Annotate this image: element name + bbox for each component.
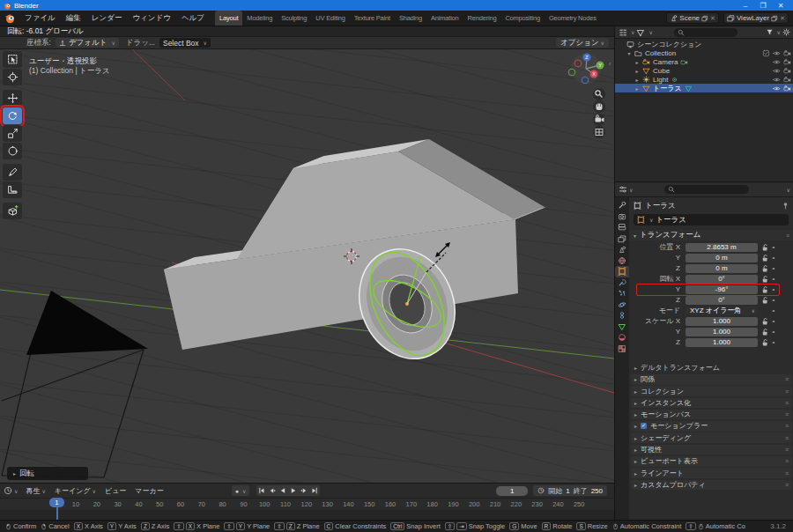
timeline-ruler[interactable]: 1020304050607080901001101201301401501601… [0, 499, 614, 510]
animate-dot-button[interactable]: • [769, 296, 778, 304]
scale-tool-button[interactable] [3, 125, 22, 142]
transform-value-field[interactable]: 0 m [686, 254, 758, 262]
panel-ラインアート[interactable]: ▸ラインアート≡ [631, 468, 792, 478]
camera-toggle-icon[interactable] [783, 85, 791, 92]
filter-object-icon[interactable] [636, 28, 645, 37]
lock-open-icon[interactable] [760, 243, 769, 252]
panel-カスタムプロパティ[interactable]: ▸カスタムプロパティ≡ [631, 480, 792, 491]
lock-open-icon[interactable] [760, 328, 769, 336]
transform-value-field[interactable]: 1.000 [686, 317, 758, 326]
cursor-tool-button[interactable] [3, 69, 22, 85]
menu-ウィンドウ[interactable]: ウィンドウ [127, 13, 176, 24]
gizmo-neg-z-axis[interactable] [582, 77, 589, 84]
panel-インスタンス化[interactable]: ▸インスタンス化≡ [631, 398, 792, 409]
operator-panel[interactable]: ▸ 回転 [7, 467, 88, 480]
properties-tab-constraints[interactable] [615, 310, 629, 321]
scene-selector[interactable]: Scene ✕ [666, 12, 719, 24]
expand-arrow-icon[interactable]: ▸ [634, 59, 640, 65]
gizmo-neg-x-axis[interactable] [574, 60, 582, 67]
properties-tab-scene[interactable] [615, 244, 629, 255]
minimize-button[interactable]: – [737, 2, 754, 10]
menu-ヘルプ[interactable]: ヘルプ [176, 13, 210, 24]
transform-value-field[interactable]: 2.8653 m [686, 243, 758, 252]
transform-panel-header[interactable]: ▾ トランスフォーム ≡ [629, 230, 793, 240]
menu-編集[interactable]: 編集 [61, 13, 86, 24]
workspace-tab-texture-paint[interactable]: Texture Paint [350, 11, 395, 26]
panel-モーションパス[interactable]: ▸モーションパス≡ [631, 410, 792, 420]
panel-drag-icon[interactable]: ≡ [785, 435, 789, 441]
timeline-menu-再生[interactable]: 再生∨ [21, 486, 49, 496]
options-dropdown[interactable]: オプション ∨ [556, 38, 609, 48]
menu-レンダー[interactable]: レンダー [86, 13, 128, 24]
lock-open-icon[interactable] [760, 254, 769, 262]
properties-tab-data[interactable] [615, 321, 629, 333]
panel-drag-icon[interactable]: ≡ [786, 233, 789, 239]
measure-tool-button[interactable] [3, 181, 22, 198]
expand-arrow-icon[interactable]: ▾ [626, 50, 632, 56]
pin-icon[interactable] [782, 202, 789, 210]
panel-drag-icon[interactable]: ≡ [785, 447, 789, 453]
panel-drag-icon[interactable]: ≡ [785, 388, 789, 395]
play-back-button[interactable] [278, 486, 287, 495]
rotate-tool-button[interactable] [3, 107, 22, 124]
animate-dot-button[interactable]: • [769, 243, 778, 251]
panel-drag-icon[interactable]: ≡ [785, 482, 789, 488]
panel-関係[interactable]: ▸関係≡ [631, 374, 792, 385]
outliner-row-Collection[interactable]: ▾Collection [615, 48, 793, 57]
blender-logo-icon[interactable] [4, 12, 16, 24]
orientation-dropdown[interactable]: デフォルト ∨ [56, 38, 119, 48]
properties-search-input[interactable] [664, 185, 749, 194]
panel-シェーディング[interactable]: ▸シェーディング≡ [631, 432, 792, 443]
object-name-field[interactable]: ∨ トーラス [634, 214, 789, 225]
properties-tab-particles[interactable] [615, 288, 629, 299]
eye-icon[interactable] [773, 58, 781, 66]
animate-dot-button[interactable]: • [769, 328, 778, 336]
panel-drag-icon[interactable]: ≡ [785, 400, 789, 406]
transform-value-field[interactable]: 0 m [686, 264, 758, 273]
properties-tab-modifiers[interactable] [615, 277, 629, 289]
properties-tab-texture[interactable] [615, 344, 629, 355]
close-button[interactable]: ✕ [772, 2, 789, 10]
drag-mode-dropdown[interactable]: Select Box ∨ [159, 38, 211, 48]
auto-key-button[interactable]: ● ∨ [232, 485, 250, 496]
jump-end-button[interactable] [310, 486, 319, 495]
panel-モーションブラー[interactable]: ▸✓モーションブラー≡ [631, 421, 792, 432]
start-value[interactable]: 1 [566, 487, 569, 495]
play-button[interactable] [289, 486, 298, 495]
outliner-editor-icon[interactable] [619, 28, 627, 37]
viewlayer-selector[interactable]: ViewLayer ✕ [723, 12, 789, 24]
remove-icon[interactable]: ✕ [780, 15, 785, 22]
camera-toggle-icon[interactable] [783, 58, 791, 66]
maximize-button[interactable]: ❐ [754, 2, 772, 10]
workspace-tab-animation[interactable]: Animation [426, 11, 463, 26]
filter-funnel-icon[interactable] [766, 28, 774, 36]
workspace-tab-geometry-nodes[interactable]: Geometry Nodes [545, 11, 599, 26]
workspace-tab-compositing[interactable]: Compositing [500, 11, 545, 26]
animate-dot-button[interactable]: • [769, 254, 778, 262]
animate-dot-button[interactable]: • [769, 307, 778, 314]
jump-start-button[interactable] [257, 486, 266, 495]
select-box-tool-button[interactable] [3, 51, 22, 68]
outliner-row-Camera[interactable]: ▸Camera [615, 57, 793, 66]
workspace-tab-sculpting[interactable]: Sculpting [277, 11, 311, 26]
properties-tab-view-layer[interactable] [615, 233, 629, 245]
properties-tab-physics[interactable] [615, 299, 629, 311]
outliner-row-Cube[interactable]: ▸Cube [615, 66, 793, 75]
properties-tab-output[interactable] [615, 222, 629, 233]
properties-editor-icon[interactable] [619, 185, 627, 194]
camera-toggle-icon[interactable] [783, 49, 791, 57]
playhead-badge[interactable]: 1 [49, 498, 64, 507]
expand-arrow-icon[interactable]: ▸ [634, 85, 640, 92]
prev-key-button[interactable] [268, 486, 277, 495]
workspace-tab-uv-editing[interactable]: UV Editing [311, 11, 349, 26]
delta-transform-panel[interactable]: ▸ デルタトランスフォーム [629, 363, 793, 373]
properties-tab-world[interactable] [615, 255, 629, 267]
current-frame-field[interactable]: 1 [496, 486, 528, 496]
outliner-row-シーンコレクション[interactable]: シーンコレクション [615, 40, 793, 48]
panel-コレクション[interactable]: ▸コレクション≡ [631, 386, 792, 396]
frame-range[interactable]: 開始 1 終了 250 [533, 485, 607, 496]
outliner-row-トーラス[interactable]: ▸トーラス [615, 84, 793, 92]
panel-drag-icon[interactable]: ≡ [785, 376, 789, 382]
lock-open-icon[interactable] [760, 285, 769, 294]
panel-drag-icon[interactable]: ≡ [785, 458, 789, 464]
